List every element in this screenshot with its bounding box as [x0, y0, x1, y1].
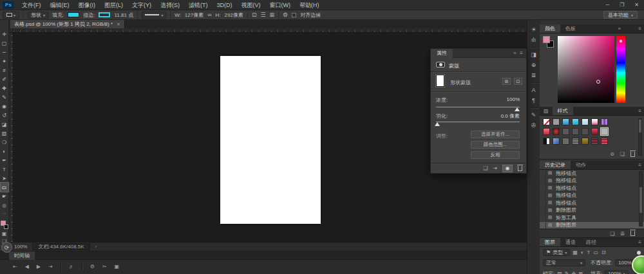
render-video-icon[interactable]: ⚙ — [90, 264, 95, 269]
lock-transparent-pixels-icon[interactable]: ▨ — [557, 271, 562, 274]
lock-position-icon[interactable]: ✛ — [572, 271, 576, 274]
history-source-checkbox[interactable] — [540, 170, 546, 177]
width-field[interactable]: 127像素 — [185, 12, 204, 19]
history-brush-tool[interactable]: ↺ — [1, 111, 8, 120]
select-and-mask-button[interactable]: 选择并遮住... — [471, 131, 520, 138]
split-clip-icon[interactable]: ✂ — [102, 264, 107, 269]
style-swatch[interactable] — [543, 138, 550, 145]
feather-value[interactable]: 0.0 像素 — [501, 113, 520, 120]
style-swatch[interactable] — [543, 128, 550, 135]
edit-toolbar-icon[interactable]: ⋯ — [2, 211, 6, 216]
delete-state-icon[interactable] — [630, 231, 635, 236]
tab-actions[interactable]: 动作 — [571, 161, 591, 169]
stroke-type-select[interactable]: ▾ — [142, 12, 166, 19]
tab-adjustments[interactable]: ▨ — [540, 107, 553, 115]
style-swatch[interactable] — [572, 128, 579, 135]
menu-item-4[interactable]: 文字(Y) — [128, 0, 156, 10]
libraries-icon[interactable]: ≣ — [531, 72, 536, 78]
history-item[interactable]: ▤删除图层 — [540, 207, 644, 215]
blur-tool[interactable]: ❍ — [1, 138, 8, 147]
delete-style-icon[interactable] — [630, 152, 635, 157]
style-swatch[interactable] — [601, 118, 608, 125]
hue-marker[interactable] — [620, 40, 622, 42]
info-icon[interactable]: ◨ — [531, 51, 536, 58]
history-source-checkbox[interactable] — [540, 222, 546, 229]
background-color-swatch[interactable] — [4, 224, 8, 229]
history-source-checkbox[interactable] — [540, 178, 546, 185]
hue-slider[interactable] — [616, 36, 625, 103]
new-style-icon[interactable]: ❏ — [620, 151, 625, 157]
add-layer-mask-icon[interactable]: ⊡ — [514, 78, 522, 85]
spot-healing-tool[interactable]: ✚ — [1, 84, 8, 93]
history-item[interactable]: ▤拖移锚点 — [540, 192, 644, 200]
density-value[interactable]: 100% — [507, 96, 520, 102]
properties-tab[interactable]: 属性 — [431, 49, 453, 58]
style-swatch[interactable] — [543, 118, 550, 125]
crop-tool[interactable]: # — [1, 66, 8, 75]
overlay-green-button[interactable] — [632, 255, 644, 274]
character-icon[interactable]: A — [531, 87, 535, 93]
invert-button[interactable]: 反相 — [471, 151, 520, 159]
delete-mask-icon[interactable] — [518, 166, 522, 171]
apply-mask-icon[interactable]: ⇥ — [493, 165, 497, 171]
eyedropper-tool[interactable]: ✐ — [1, 75, 8, 84]
style-swatch[interactable] — [582, 128, 589, 135]
histogram-icon[interactable]: ılı — [531, 37, 536, 43]
go-to-first-frame-icon[interactable]: ⇤ — [13, 264, 17, 269]
hand-tool[interactable]: ☛ — [1, 192, 8, 201]
brush-settings-icon[interactable]: ✎ — [531, 112, 536, 118]
menu-item-8[interactable]: 视图(V) — [237, 0, 265, 10]
history-item[interactable]: ▤删除图层 — [540, 222, 644, 230]
panel-menu-icon[interactable]: ≡ — [638, 161, 641, 170]
scrollbar[interactable] — [638, 118, 642, 156]
zoom-tool[interactable]: ◎ — [1, 201, 8, 210]
timeline-options-icon[interactable]: ✇ — [531, 122, 536, 129]
mask-thumbnail[interactable] — [436, 75, 444, 87]
scrollbar-thumb[interactable] — [639, 120, 641, 132]
previous-frame-icon[interactable]: ◀ — [25, 264, 29, 269]
tab-close-icon[interactable]: ✕ — [117, 22, 120, 27]
filter-toggle[interactable] — [637, 251, 641, 255]
fill-color-swatch[interactable] — [68, 12, 79, 17]
history-item[interactable]: ▤拖移锚点 — [540, 199, 644, 207]
quick-mask-icon[interactable]: ▣ — [2, 231, 7, 237]
panel-menu-icon[interactable]: ≡ — [638, 107, 641, 116]
tab-swatches[interactable]: 色板 — [560, 24, 581, 33]
style-swatch[interactable] — [553, 138, 560, 145]
collapse-panel-icon[interactable]: » — [513, 49, 516, 58]
menu-item-2[interactable]: 图像(I) — [74, 0, 100, 10]
feather-slider-knob[interactable] — [435, 122, 440, 126]
menu-item-1[interactable]: 编辑(E) — [46, 0, 74, 10]
restore-button[interactable]: ❐ — [620, 0, 624, 10]
tool-preset-picker[interactable]: ▾ — [3, 12, 19, 19]
adjustments-icon[interactable]: ☀ — [531, 26, 536, 33]
menu-item-0[interactable]: 文件(F) — [17, 0, 46, 10]
lasso-tool[interactable]: ∽ — [1, 48, 8, 57]
history-item[interactable]: ▤拖移锚点 — [540, 185, 644, 192]
clone-stamp-tool[interactable]: ◉ — [1, 102, 8, 111]
stroke-width-field[interactable]: 11.81 点 — [114, 12, 133, 19]
history-source-checkbox[interactable] — [540, 192, 546, 199]
history-source-checkbox[interactable] — [540, 214, 546, 221]
style-swatch[interactable] — [572, 138, 579, 145]
history-item[interactable]: ▤拖移锚点 — [540, 178, 644, 185]
tab-history[interactable]: 历史记录 — [540, 161, 571, 169]
zoom-level-field[interactable]: 100% — [14, 244, 27, 250]
history-item[interactable]: ▤矩形工具 — [540, 214, 644, 222]
style-swatch[interactable] — [553, 118, 560, 125]
scrollbar-thumb[interactable] — [639, 187, 642, 213]
gradient-tool[interactable]: ▧ — [1, 129, 8, 138]
style-swatch[interactable] — [591, 118, 598, 125]
density-slider-knob[interactable] — [515, 107, 520, 111]
history-item[interactable]: ▤拖移锚点 — [540, 170, 644, 178]
clone-source-icon[interactable]: ⊕ — [531, 62, 536, 68]
link-dimensions-icon[interactable]: ∞ — [207, 12, 211, 18]
frame-settings-icon[interactable]: ▣ — [115, 264, 120, 269]
play-icon[interactable]: ▶ — [37, 264, 41, 269]
gear-icon[interactable]: ⚙ — [283, 12, 288, 18]
lock-all-icon[interactable]: ⊠ — [578, 271, 583, 274]
path-arrangement-icon[interactable]: ⊞ — [270, 12, 275, 18]
tab-styles[interactable]: 样式 — [553, 107, 573, 115]
eraser-tool[interactable]: ◪ — [1, 120, 8, 129]
style-swatch[interactable] — [591, 128, 598, 135]
